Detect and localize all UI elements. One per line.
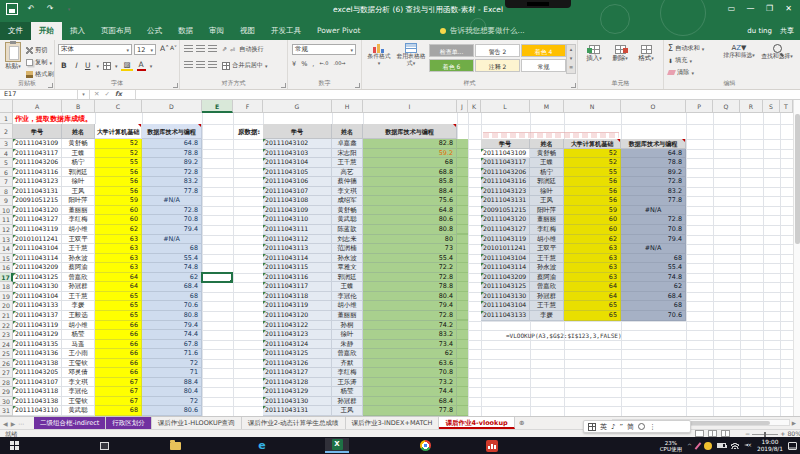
cell-left[interactable]: 20111043137 [13,311,62,321]
cell-right[interactable]: 20111043133 [481,311,530,321]
cell-left[interactable]: 79.4 [142,321,202,331]
cell-left[interactable]: 72.8 [142,206,202,216]
cell-left[interactable]: 黄舒畅 [62,139,95,149]
autosum-button[interactable]: Σ自动求和▾ [668,44,704,53]
cell-right[interactable]: 64 [564,282,621,292]
clear-button[interactable]: 清除▾ [668,68,694,77]
cell-middle[interactable]: 73 [363,244,457,254]
cell-middle[interactable]: 68.8 [363,168,457,178]
cell-right[interactable]: 孙永波 [530,263,564,273]
cell-left[interactable]: 20111043133 [13,301,62,311]
cell-middle[interactable]: 20111043111 [263,225,332,235]
wifi-icon[interactable] [731,443,739,449]
cell-middle[interactable]: 孙桐 [332,321,363,331]
cell-left[interactable]: 68 [142,244,202,254]
cell-middle[interactable]: 刘志来 [332,235,363,245]
cell-left[interactable]: 64 [95,273,142,283]
cell-left[interactable]: 65 [95,301,142,311]
share-button[interactable]: 共享 [780,24,794,38]
row-header-23[interactable]: 23 [0,330,13,340]
qat-customize-icon[interactable]: ▾ [63,3,75,15]
cell-right[interactable]: 62 [564,235,621,245]
cell-left[interactable]: 71 [142,368,202,378]
cell-right[interactable]: 阳叶萍 [530,206,564,216]
row-header-19[interactable]: 19 [0,292,13,302]
vscroll-thumb[interactable] [795,114,800,244]
cell-left[interactable]: 20111043136 [13,349,62,359]
cell-left[interactable]: 56 [95,177,142,187]
cell-style-option[interactable]: 注释 2 [475,59,520,72]
column-header-cell[interactable]: 数据库技术与编程 [142,124,202,139]
column-header-B[interactable]: B [62,100,95,113]
cell-middle[interactable]: 20111043123 [263,330,332,340]
cell-right[interactable]: 55.4 [621,263,686,273]
column-header-H[interactable]: H [332,100,363,113]
cell-left[interactable]: 20111043116 [13,168,62,178]
paste-button[interactable]: 粘贴▾ [2,42,24,71]
cell-right[interactable]: 20111043127 [481,225,530,235]
cell-left[interactable]: 68.4 [142,282,202,292]
cell-middle[interactable]: 覃雅文 [332,263,363,273]
cell-middle[interactable]: 72.8 [363,273,457,283]
cell-right[interactable]: 20111043117 [481,158,530,168]
cell-right[interactable]: 李红梅 [530,225,564,235]
row-header-14[interactable]: 14 [0,244,13,254]
page-break-view-icon[interactable] [721,430,730,437]
cell-middle[interactable]: 20111043108 [263,196,332,206]
cell-left[interactable]: 20111043118 [13,387,62,397]
cell-left[interactable]: 55.4 [142,254,202,264]
row-header-12[interactable]: 12 [0,225,13,235]
borders-icon[interactable] [103,62,111,70]
cell-middle[interactable]: 79.4 [363,301,457,311]
new-sheet-icon[interactable]: ⊕ [515,417,529,429]
cell-right[interactable]: #N/A [621,206,686,216]
cell-right[interactable]: 60 [564,225,621,235]
underline-dropdown-icon[interactable]: ▾ [96,63,99,69]
cell-left[interactable]: 63 [95,263,142,273]
column-header-cell[interactable]: 姓名 [332,124,363,139]
cell-middle[interactable]: 王千慧 [332,158,363,168]
cell-left[interactable]: 王玺钦 [62,359,95,369]
cell-right[interactable]: 70.6 [621,311,686,321]
cell-right[interactable]: 蔡阿渝 [530,273,564,283]
cell-right[interactable]: 20111043131 [481,196,530,206]
cell-right[interactable]: 63 [564,254,621,264]
cell-left[interactable]: 67 [95,397,142,407]
cell-middle[interactable]: 郭润廷 [332,273,363,283]
cell-right[interactable]: 20111043119 [481,235,530,245]
row-header-17[interactable]: 17 [0,273,13,283]
sheet-tab-二级组合框-indirect[interactable]: 二级组合框-indirect [34,417,106,429]
battery-icon[interactable] [717,443,726,448]
cell-middle[interactable]: 20111043118 [263,292,332,302]
cell-right[interactable]: 77.8 [621,196,686,206]
cell-middle[interactable]: 68 [363,158,457,168]
ime-more-icon[interactable]: ⋮ [649,423,656,431]
cell-middle[interactable]: 74.4 [363,387,457,397]
cell-middle[interactable]: 75.6 [363,196,457,206]
cell-left[interactable]: 胡小维 [62,225,95,235]
row-header-21[interactable]: 21 [0,311,13,321]
save-icon[interactable] [6,3,18,15]
top-align-icon[interactable] [184,45,193,53]
cell-middle[interactable]: 20111043130 [263,397,332,407]
column-header-N[interactable]: N [564,100,621,113]
cell-left[interactable]: 20101011241 [13,235,62,245]
cell-left[interactable]: 65 [95,311,142,321]
cell-left[interactable]: 52 [95,139,142,149]
cell-right[interactable]: 60 [564,215,621,225]
next-sheet-icon[interactable]: ▶ [11,420,16,427]
cell-left[interactable]: 60 [95,206,142,216]
cell-right[interactable]: 63 [564,244,621,254]
row-header-20[interactable]: 20 [0,301,13,311]
fill-button[interactable]: ⬇填充▾ [668,56,692,65]
cell-middle[interactable]: 黄武聪 [332,215,363,225]
cell-right[interactable]: 20111043104 [481,254,530,264]
cell-left[interactable]: 62 [95,225,142,235]
column-header-A[interactable]: A [13,100,62,113]
column-header-F[interactable]: F [233,100,263,113]
ribbon-tab-开发工具[interactable]: 开发工具 [263,22,309,40]
cell-middle[interactable]: 83.2 [363,330,457,340]
cell-middle[interactable]: 80 [363,235,457,245]
cell-left[interactable]: 74.8 [142,263,202,273]
cell-right[interactable]: 63 [564,263,621,273]
